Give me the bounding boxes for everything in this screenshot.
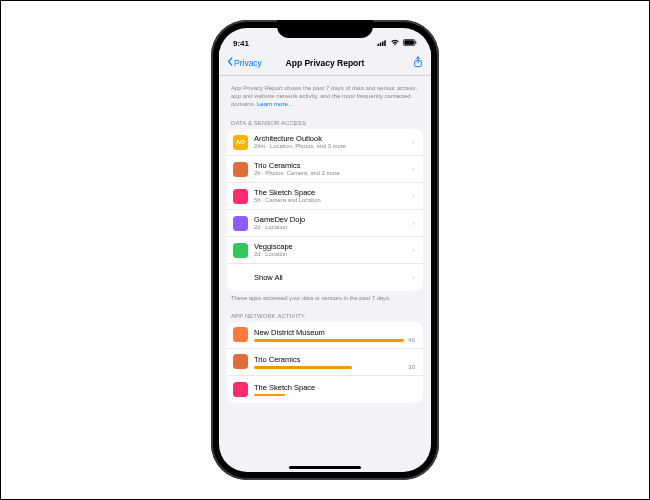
learn-more-link[interactable]: Learn more… [257, 101, 294, 107]
svg-rect-3 [384, 40, 386, 46]
chevron-right-icon: › [412, 192, 415, 201]
chevron-right-icon: › [412, 165, 415, 174]
chevron-right-icon: › [412, 246, 415, 255]
show-all-row[interactable]: Show All › [227, 264, 423, 291]
app-icon [233, 243, 248, 258]
app-row[interactable]: AO Architecture Outlook 24m · Location, … [227, 129, 423, 156]
phone-frame: 9:41 Privacy App Privacy Report [211, 20, 439, 480]
svg-rect-6 [415, 41, 416, 44]
app-name: Architecture Outlook [254, 134, 408, 143]
home-indicator[interactable] [289, 466, 361, 469]
app-icon [233, 216, 248, 231]
notch [277, 20, 373, 38]
app-subtext: 2h · Photos, Camera, and 2 more [254, 170, 408, 177]
share-icon [413, 56, 423, 68]
back-button[interactable]: Privacy [227, 57, 262, 68]
svg-rect-2 [382, 42, 384, 47]
app-name: Trio Ceramics [254, 161, 408, 170]
svg-rect-1 [380, 43, 382, 46]
app-icon [233, 382, 248, 397]
app-subtext: 2d · Location [254, 224, 408, 231]
page-title: App Privacy Report [286, 58, 365, 68]
share-button[interactable] [413, 54, 423, 72]
app-subtext: 24m · Location, Photos, and 3 more [254, 143, 408, 150]
chevron-right-icon: › [412, 273, 415, 282]
svg-rect-0 [378, 44, 380, 46]
app-name: The Sketch Space [254, 383, 411, 392]
app-icon [233, 327, 248, 342]
nav-bar: Privacy App Privacy Report [219, 50, 431, 76]
app-row[interactable]: Veggiscape 2d · Location › [227, 237, 423, 264]
activity-bar [254, 366, 404, 369]
network-row[interactable]: The Sketch Space [227, 376, 423, 403]
section-header-data-sensor: DATA & SENSOR ACCESS [227, 112, 423, 129]
network-count: 30 [408, 364, 415, 371]
signal-icon [377, 39, 387, 48]
activity-bar [254, 394, 411, 397]
svg-rect-5 [404, 40, 414, 44]
app-icon [233, 162, 248, 177]
app-row[interactable]: GameDev Dojo 2d · Location › [227, 210, 423, 237]
app-subtext: 2d · Location [254, 251, 408, 258]
back-label: Privacy [234, 58, 262, 68]
activity-bar [254, 339, 404, 342]
app-row[interactable]: The Sketch Space 5h · Camera and Locatio… [227, 183, 423, 210]
status-time: 9:41 [233, 39, 249, 48]
app-icon: AO [233, 135, 248, 150]
network-list: New District Museum 46 Trio Ceramics 30 [227, 322, 423, 403]
wifi-icon [390, 39, 400, 48]
app-icon [233, 354, 248, 369]
network-count: 46 [408, 337, 415, 344]
app-name: The Sketch Space [254, 188, 408, 197]
intro-text: App Privacy Report shows the past 7 days… [227, 76, 423, 112]
app-icon [233, 189, 248, 204]
app-name: Trio Ceramics [254, 355, 404, 364]
app-name: GameDev Dojo [254, 215, 408, 224]
section-header-network: APP NETWORK ACTIVITY [227, 305, 423, 322]
data-sensor-list: AO Architecture Outlook 24m · Location, … [227, 129, 423, 291]
chevron-left-icon [227, 57, 233, 68]
chevron-right-icon: › [412, 219, 415, 228]
chevron-right-icon: › [412, 138, 415, 147]
section-footer-data-sensor: These apps accessed your data or sensors… [227, 291, 423, 305]
app-name: Veggiscape [254, 242, 408, 251]
network-row[interactable]: New District Museum 46 [227, 322, 423, 349]
app-name: New District Museum [254, 328, 404, 337]
app-subtext: 5h · Camera and Location [254, 197, 408, 204]
battery-icon [403, 39, 417, 48]
show-all-label: Show All [254, 273, 408, 282]
status-indicators [377, 39, 417, 48]
network-row[interactable]: Trio Ceramics 30 [227, 349, 423, 376]
content-scroll[interactable]: App Privacy Report shows the past 7 days… [219, 76, 431, 468]
screen: 9:41 Privacy App Privacy Report [219, 28, 431, 472]
app-row[interactable]: Trio Ceramics 2h · Photos, Camera, and 2… [227, 156, 423, 183]
